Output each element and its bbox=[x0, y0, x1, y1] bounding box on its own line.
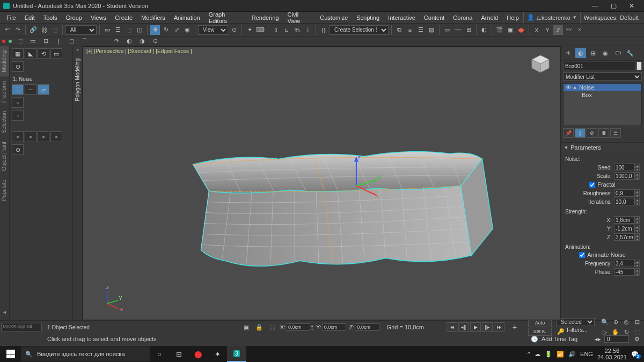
phase-spinner[interactable]: ▴▾ bbox=[614, 268, 640, 276]
menu-arnold[interactable]: Arnold bbox=[477, 13, 502, 22]
maximize-button[interactable]: ▢ bbox=[604, 0, 623, 12]
constraint-button[interactable]: X bbox=[575, 25, 584, 35]
menu-help[interactable]: Help bbox=[502, 13, 523, 22]
motion-tab[interactable]: ◉ bbox=[600, 48, 611, 58]
layers-button[interactable]: ☰ bbox=[416, 25, 426, 35]
start-button[interactable] bbox=[1, 346, 20, 362]
z-input[interactable] bbox=[356, 323, 379, 331]
play-button[interactable]: ▶ bbox=[470, 322, 481, 332]
tool-icon[interactable]: ◐ bbox=[125, 36, 134, 46]
schematic-button[interactable]: ⊞ bbox=[464, 25, 473, 35]
menu-animation[interactable]: Animation bbox=[170, 13, 204, 22]
taskbar-search[interactable]: 🔍 Введите здесь текст для поиска bbox=[21, 346, 150, 361]
mirror-button[interactable]: ⧉ bbox=[394, 25, 404, 35]
subtool-icon[interactable]: ▫ bbox=[12, 97, 24, 108]
placement-button[interactable]: ◉ bbox=[182, 25, 192, 35]
vertex-icon[interactable]: ⋮ bbox=[12, 84, 24, 95]
create-tab[interactable]: + bbox=[563, 48, 574, 58]
render-frame-button[interactable]: ▣ bbox=[506, 25, 515, 35]
viewport-nav-icon[interactable]: 🔍 bbox=[600, 317, 610, 327]
link-button[interactable]: 🔗 bbox=[28, 25, 38, 35]
tool-icon[interactable]: ⬚ bbox=[15, 36, 25, 46]
menu-corona[interactable]: Corona bbox=[449, 13, 477, 22]
roughness-spinner[interactable]: ▴▾ bbox=[614, 189, 640, 197]
pivot-button[interactable]: ⊙ bbox=[229, 25, 239, 35]
animate-noise-checkbox[interactable]: Animate Noise bbox=[565, 252, 640, 258]
tab-freeform[interactable]: Freeform bbox=[0, 77, 9, 107]
menu-group[interactable]: Group bbox=[61, 13, 86, 22]
menu-grapheditors[interactable]: Graph Editors bbox=[204, 10, 247, 25]
pin-stack-button[interactable]: 📌 bbox=[563, 128, 574, 138]
y-axis-button[interactable]: Y bbox=[543, 25, 552, 35]
menu-rendering[interactable]: Rendering bbox=[247, 13, 283, 22]
tab-populate[interactable]: Populate bbox=[0, 175, 9, 205]
current-frame-input[interactable] bbox=[604, 335, 629, 343]
menu-modifiers[interactable]: Modifiers bbox=[137, 13, 170, 22]
tool-icon[interactable]: ◑ bbox=[137, 36, 147, 46]
prev-frame-button[interactable]: ◂‖ bbox=[458, 322, 469, 332]
close-button[interactable]: ✕ bbox=[623, 0, 641, 12]
strength-y-spinner[interactable]: ▴▾ bbox=[614, 225, 640, 232]
menu-create[interactable]: Create bbox=[111, 13, 137, 22]
tool-icon[interactable]: ▭ bbox=[28, 36, 38, 46]
notifications-icon[interactable]: 💬2 bbox=[631, 351, 639, 358]
menu-scripting[interactable]: Scripting bbox=[352, 13, 384, 22]
unique-button[interactable]: ⊘ bbox=[587, 128, 597, 138]
x-axis-button[interactable]: X bbox=[532, 25, 541, 35]
poly-attach-icon[interactable]: ▭ bbox=[50, 48, 62, 59]
poly-edit-icon[interactable]: ▦ bbox=[12, 48, 24, 59]
snap-button[interactable]: 3 bbox=[271, 25, 281, 35]
seed-spinner[interactable]: ▴▾ bbox=[614, 164, 640, 171]
percent-snap-button[interactable]: % bbox=[292, 25, 302, 35]
subtool-icon[interactable]: ▫ bbox=[12, 131, 24, 142]
time-tag-label[interactable]: Add Time Tag bbox=[541, 336, 577, 342]
next-frame-button[interactable]: ‖▸ bbox=[482, 322, 493, 332]
menu-edit[interactable]: Edit bbox=[20, 13, 39, 22]
subtool-icon[interactable]: ▫ bbox=[12, 110, 24, 121]
face-icon[interactable]: ▱ bbox=[38, 84, 49, 95]
curve-editor-button[interactable]: 〰 bbox=[453, 25, 463, 35]
window-crossing-button[interactable]: ◫ bbox=[135, 25, 144, 35]
display-tab[interactable]: 🖵 bbox=[612, 48, 623, 58]
isolate-button[interactable]: ▣ bbox=[241, 322, 251, 332]
workspace-selector[interactable]: Workspaces: Default bbox=[580, 12, 642, 23]
user-account[interactable]: 👤 a.kosterenko ▼ bbox=[523, 12, 580, 23]
battery-icon[interactable]: 🔋 bbox=[545, 351, 552, 358]
poly-collapse-icon[interactable]: ⟲ bbox=[38, 48, 49, 59]
time-tag-icon[interactable]: 🕓 bbox=[531, 336, 538, 343]
edge-icon[interactable]: ─ bbox=[25, 84, 36, 95]
subtool-icon[interactable]: ▫ bbox=[38, 131, 49, 142]
taskbar-app-3dsmax[interactable]: 3 bbox=[227, 346, 246, 362]
y-input[interactable] bbox=[323, 323, 346, 331]
tool-icon[interactable]: | bbox=[54, 36, 63, 46]
taskbar-clock[interactable]: 22:56 24.03.2021 bbox=[597, 348, 627, 360]
hierarchy-tab[interactable]: ⊞ bbox=[588, 48, 598, 58]
taskbar-app-copilot[interactable]: ✦ bbox=[208, 346, 227, 362]
menu-views[interactable]: Views bbox=[86, 13, 111, 22]
wifi-icon[interactable]: 📶 bbox=[557, 351, 564, 358]
modifier-stack[interactable]: 👁 ▸ Noise Box bbox=[563, 83, 642, 126]
redo-button[interactable]: ↷ bbox=[13, 25, 23, 35]
menu-interactive[interactable]: Interactive bbox=[384, 13, 420, 22]
remove-mod-button[interactable]: 🗑 bbox=[598, 128, 609, 138]
subtool-icon[interactable]: ▫ bbox=[25, 131, 36, 142]
select-move-button[interactable]: ✥ bbox=[150, 25, 160, 35]
ribbon-button[interactable]: ▭ bbox=[442, 25, 452, 35]
menu-content[interactable]: Content bbox=[420, 13, 449, 22]
rollout-header[interactable]: ▼ Parameters bbox=[561, 143, 644, 152]
menu-tools[interactable]: Tools bbox=[39, 13, 62, 22]
subtool-icon[interactable]: ▫ bbox=[50, 131, 62, 142]
undo-button[interactable]: ↶ bbox=[2, 25, 12, 35]
menu-file[interactable]: File bbox=[2, 13, 20, 22]
viewport-nav-icon[interactable]: ◎ bbox=[621, 317, 631, 327]
cortana-icon[interactable]: ○ bbox=[150, 346, 169, 362]
iterations-spinner[interactable]: ▴▾ bbox=[614, 198, 640, 205]
volume-icon[interactable]: 🔊 bbox=[568, 351, 576, 358]
time-config-button[interactable]: ⚙ bbox=[632, 334, 642, 344]
taskview-icon[interactable]: ⊞ bbox=[169, 346, 188, 362]
viewport-nav-icon[interactable]: ⊕ bbox=[611, 317, 620, 327]
language-indicator[interactable]: ENG bbox=[580, 351, 593, 357]
strength-x-spinner[interactable]: ▴▾ bbox=[614, 216, 640, 224]
strength-z-spinner[interactable]: ▴▾ bbox=[614, 233, 640, 241]
render-setup-button[interactable]: 🎬 bbox=[495, 25, 504, 35]
